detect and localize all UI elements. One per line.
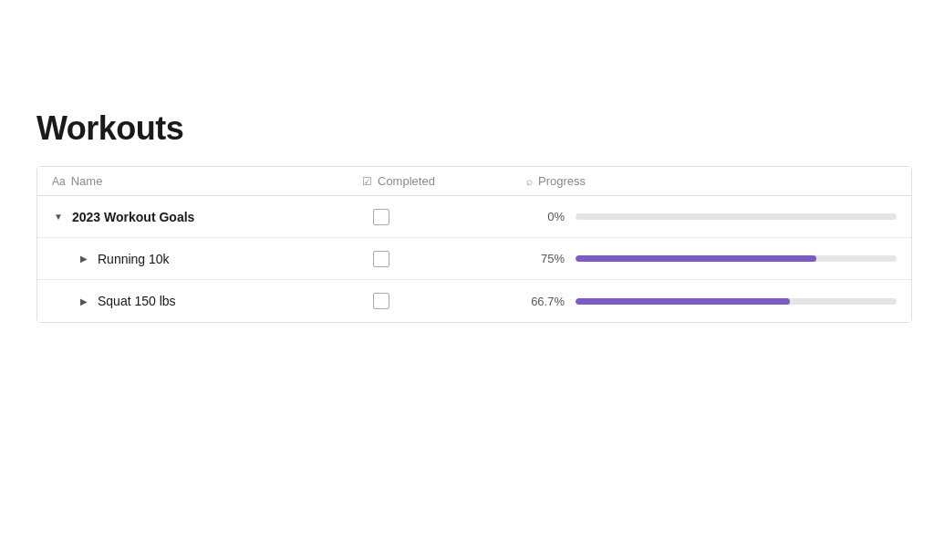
table-row: ▶ Running 10k 75% <box>37 238 911 280</box>
completed-column-label: Completed <box>378 174 435 188</box>
row-completed-cell <box>348 209 512 225</box>
row-label: 2023 Workout Goals <box>72 210 194 224</box>
collapse-icon[interactable]: ▼ <box>52 212 65 222</box>
row-progress-cell: 0% <box>512 210 911 223</box>
completed-checkbox[interactable] <box>373 251 389 267</box>
expand-icon[interactable]: ▶ <box>78 296 90 306</box>
progress-bar-track <box>576 298 897 305</box>
table-header: Aa Name ☑ Completed ⌕ Progress <box>37 167 911 196</box>
row-name-cell: ▼ 2023 Workout Goals <box>37 210 348 224</box>
progress-bar-fill <box>576 298 790 305</box>
completed-checkbox[interactable] <box>373 293 389 309</box>
row-label: Squat 150 lbs <box>98 294 176 308</box>
table-row: ▼ 2023 Workout Goals 0% <box>37 196 911 238</box>
column-name: Aa Name <box>37 174 348 188</box>
check-icon: ☑ <box>362 175 372 188</box>
progress-column-label: Progress <box>538 174 586 188</box>
main-container: Workouts Aa Name ☑ Completed ⌕ Progress … <box>36 109 898 323</box>
row-progress-cell: 75% <box>512 252 911 265</box>
row-completed-cell <box>348 251 512 267</box>
progress-bar-fill <box>576 255 816 262</box>
column-progress: ⌕ Progress <box>512 174 911 188</box>
search-icon: ⌕ <box>526 175 533 188</box>
progress-percent: 0% <box>526 210 565 223</box>
column-completed: ☑ Completed <box>348 174 512 188</box>
progress-bar-track <box>576 255 897 262</box>
progress-percent: 66.7% <box>526 295 565 308</box>
expand-icon[interactable]: ▶ <box>78 254 90 264</box>
name-column-label: Name <box>71 174 103 188</box>
aa-icon: Aa <box>52 175 66 188</box>
page-title: Workouts <box>36 109 898 148</box>
workouts-table: Aa Name ☑ Completed ⌕ Progress ▼ 2023 Wo… <box>36 166 912 323</box>
row-name-cell: ▶ Squat 150 lbs <box>37 294 348 308</box>
progress-bar-track <box>576 213 897 220</box>
completed-checkbox[interactable] <box>373 209 389 225</box>
row-completed-cell <box>348 293 512 309</box>
row-progress-cell: 66.7% <box>512 295 911 308</box>
progress-percent: 75% <box>526 252 565 265</box>
row-label: Running 10k <box>98 252 170 266</box>
table-row: ▶ Squat 150 lbs 66.7% <box>37 280 911 322</box>
row-name-cell: ▶ Running 10k <box>37 252 348 266</box>
